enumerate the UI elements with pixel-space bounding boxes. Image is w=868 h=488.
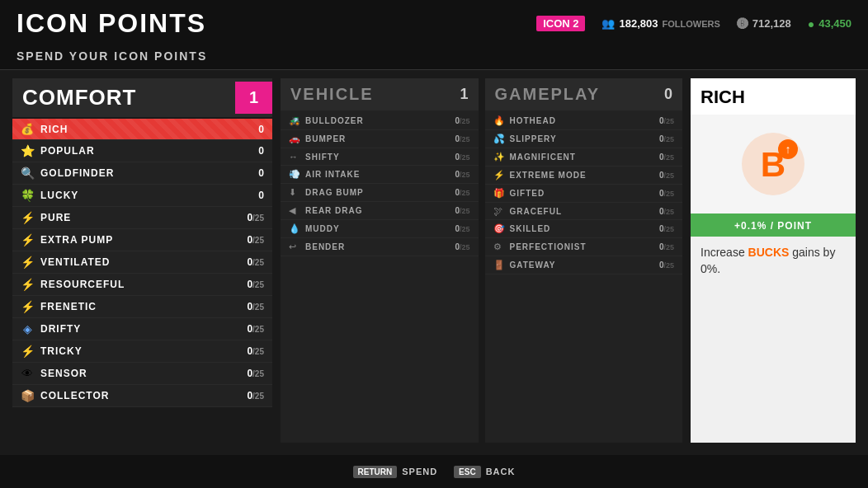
skilled-label: SKILLED (510, 224, 551, 233)
vehicle-item-air-intake[interactable]: 💨 AIR INTAKE 0/25 (281, 166, 479, 184)
detail-description: Increase BUCKS gains by 0%. (691, 237, 856, 443)
gameplay-panel: GAMEPLAY 0 🔥 HOTHEAD 0/25 💦 SLIPPERY 0/2… (485, 78, 683, 443)
subitem-tricky[interactable]: ⚡ TRICKY 0/25 (12, 340, 272, 363)
bulldozer-icon: 🚜 (289, 115, 300, 126)
header: ICON POINTS ICON 2 👥 182,803 FOLLOWERS 🅑… (0, 0, 868, 43)
frenetic-label: FRENETIC (40, 301, 97, 312)
muddy-label: MUDDY (305, 224, 340, 233)
gateway-value: 0/25 (659, 260, 674, 270)
gameplay-item-slippery[interactable]: 💦 SLIPPERY 0/25 (485, 130, 683, 148)
svg-text:↑: ↑ (785, 143, 791, 156)
vehicle-header: VEHICLE 1 (281, 78, 479, 110)
subitem-lucky[interactable]: 🍀 LUCKY 0 (12, 185, 272, 207)
vehicle-item-bumper[interactable]: 🚗 BUMPER 0/25 (281, 130, 479, 148)
spend-button[interactable]: RETURN SPEND (353, 466, 438, 478)
subitem-rich[interactable]: 💰 RICH 0 (12, 119, 272, 140)
subitem-resourceful[interactable]: ⚡ RESOURCEFUL 0/25 (12, 274, 272, 296)
pure-label: PURE (40, 212, 71, 223)
gifted-label: GIFTED (510, 189, 545, 198)
magnificent-label: MAGNIFICENT (510, 152, 576, 162)
gameplay-item-magnificent[interactable]: ✨ MAGNIFICENT 0/25 (485, 148, 683, 167)
hothead-icon: 🔥 (493, 115, 505, 126)
resourceful-icon: ⚡ (21, 278, 34, 291)
green-amount: 43,450 (818, 17, 851, 30)
detail-bonus-bar: +0.1% / POINT (691, 214, 856, 237)
muddy-value: 0/25 (455, 224, 469, 233)
bulldozer-label: BULLDOZER (305, 116, 364, 125)
gameplay-item-skilled[interactable]: 🎯 SKILLED 0/25 (485, 220, 683, 238)
gameplay-item-perfectionist[interactable]: ⚙ PERFECTIONIST 0/25 (485, 238, 683, 256)
subitem-ventilated[interactable]: ⚡ VENTILATED 0/25 (12, 251, 272, 274)
subitem-frenetic[interactable]: ⚡ FRENETIC 0/25 (12, 296, 272, 318)
vehicle-item-bender[interactable]: ↩ BENDER 0/25 (281, 238, 479, 256)
subitem-pure[interactable]: ⚡ PURE 0/25 (12, 207, 272, 229)
followers-label: FOLLOWERS (662, 19, 719, 29)
perfectionist-label: PERFECTIONIST (510, 242, 587, 251)
detail-icon-area: B ↑ (691, 115, 856, 214)
popular-icon: ⭐ (21, 144, 34, 157)
magnificent-value: 0/25 (659, 152, 674, 162)
extra-pump-label: EXTRA PUMP (40, 234, 113, 246)
followers-count: 182,803 (619, 17, 658, 30)
drag-bump-icon: ⬇ (289, 187, 300, 198)
rear-drag-label: REAR DRAG (305, 206, 363, 215)
hothead-value: 0/25 (659, 116, 674, 125)
header-stats: ICON 2 👥 182,803 FOLLOWERS 🅑 712,128 ● 4… (536, 16, 851, 31)
tricky-value: 0/25 (247, 345, 264, 357)
shifty-icon: ↔ (289, 152, 300, 162)
subitem-popular[interactable]: ⭐ POPULAR 0 (12, 140, 272, 162)
gameplay-item-extreme-mode[interactable]: ⚡ EXTREME MODE 0/25 (485, 167, 683, 185)
subitem-drifty[interactable]: ◈ DRIFTY 0/25 (12, 318, 272, 340)
air-intake-label: AIR INTAKE (305, 170, 360, 179)
extreme-mode-value: 0/25 (659, 171, 674, 180)
spend-label: SPEND (402, 467, 437, 476)
subitem-collector[interactable]: 📦 COLLECTOR 0/25 (12, 385, 272, 407)
gateway-label: GATEWAY (510, 260, 556, 270)
gameplay-item-hothead[interactable]: 🔥 HOTHEAD 0/25 (485, 112, 683, 130)
lucky-label: LUCKY (40, 190, 78, 201)
back-label: BACK (486, 467, 516, 476)
icon-badge: ICON 2 (536, 16, 585, 31)
shifty-label: SHIFTY (305, 152, 340, 162)
vehicle-item-rear-drag[interactable]: ◀ REAR DRAG 0/25 (281, 202, 479, 220)
sensor-label: SENSOR (40, 368, 87, 379)
ventilated-value: 0/25 (247, 256, 264, 268)
shifty-value: 0/25 (455, 152, 469, 162)
vehicle-item-muddy[interactable]: 💧 MUDDY 0/25 (281, 220, 479, 238)
subitem-extra-pump[interactable]: ⚡ EXTRA PUMP 0/25 (12, 229, 272, 251)
green-stat: ● 43,450 (808, 17, 851, 30)
gameplay-header: GAMEPLAY 0 (485, 78, 683, 110)
frenetic-icon: ⚡ (21, 300, 34, 313)
goldfinder-value: 0 (258, 167, 264, 179)
vehicle-item-drag-bump[interactable]: ⬇ DRAG BUMP 0/25 (281, 184, 479, 202)
frenetic-value: 0/25 (247, 301, 264, 312)
gameplay-item-gifted[interactable]: 🎁 GIFTED 0/25 (485, 185, 683, 203)
hothead-label: HOTHEAD (510, 116, 556, 125)
detail-inner: RICH B ↑ +0.1% / POINT Increa (691, 78, 856, 443)
subitem-sensor[interactable]: 👁 SENSOR 0/25 (12, 363, 272, 385)
tricky-icon: ⚡ (21, 345, 34, 358)
comfort-title-block: COMFORT (12, 78, 146, 117)
drag-bump-label: DRAG BUMP (305, 188, 364, 197)
subitem-goldfinder[interactable]: 🔍 GOLDFINDER 0 (12, 162, 272, 185)
rear-drag-icon: ◀ (289, 205, 300, 216)
main-content: COMFORT 1 💰 RICH 0 ⭐ POPULAR 0 🔍 GO (0, 70, 868, 451)
bender-value: 0/25 (455, 242, 469, 251)
drifty-value: 0/25 (247, 323, 264, 335)
drifty-label: DRIFTY (40, 323, 81, 335)
lucky-icon: 🍀 (21, 189, 34, 202)
slippery-label: SLIPPERY (510, 134, 557, 143)
gameplay-item-graceful[interactable]: 🕊 GRACEFUL 0/25 (485, 203, 683, 220)
back-button[interactable]: ESC BACK (454, 466, 515, 478)
comfort-header: COMFORT 1 (12, 78, 272, 117)
gameplay-item-gateway[interactable]: 🚪 GATEWAY 0/25 (485, 256, 683, 274)
detail-bonus-text: +0.1% / POINT (734, 220, 812, 232)
ventilated-icon: ⚡ (21, 256, 34, 269)
vehicle-item-shifty[interactable]: ↔ SHIFTY 0/25 (281, 148, 479, 166)
gifted-icon: 🎁 (493, 188, 505, 199)
bumper-value: 0/25 (455, 134, 469, 143)
bender-label: BENDER (305, 242, 345, 251)
vehicle-item-bulldozer[interactable]: 🚜 BULLDOZER 0/25 (281, 112, 479, 130)
gifted-value: 0/25 (659, 189, 674, 198)
pure-value: 0/25 (247, 212, 264, 223)
